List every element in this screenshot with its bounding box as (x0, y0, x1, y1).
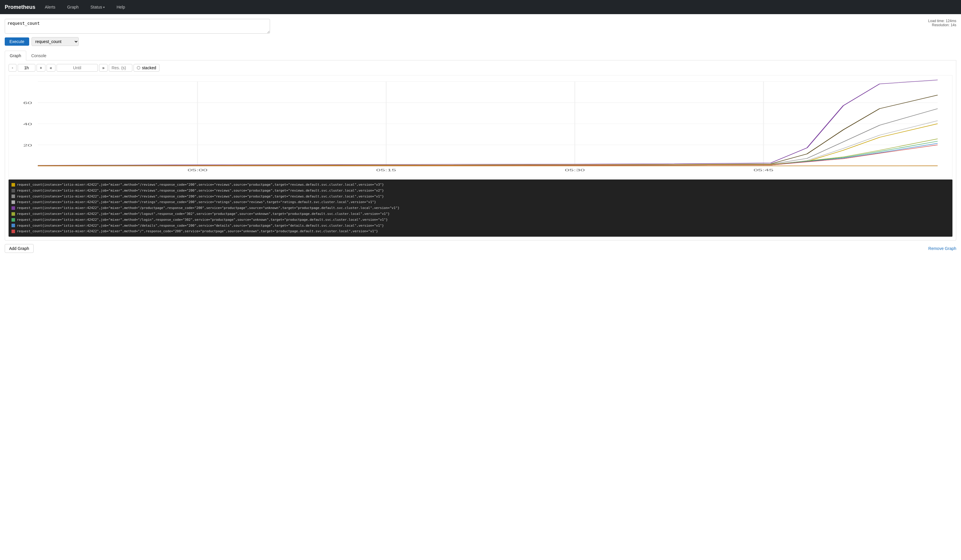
legend-text: request_count{instance="istio-mixer:4242… (17, 205, 399, 211)
resolution-input[interactable] (109, 64, 132, 72)
nav-help[interactable]: Help (114, 3, 127, 11)
forward-button[interactable]: » (99, 64, 108, 72)
tabs: Graph Console (5, 51, 956, 60)
legend-color (11, 201, 15, 204)
legend-text: request_count{instance="istio-mixer:4242… (17, 223, 384, 229)
legend-item: request_count{instance="istio-mixer:4242… (11, 223, 950, 229)
legend-text: request_count{instance="istio-mixer:4242… (17, 194, 384, 199)
duration-input[interactable] (18, 64, 35, 72)
svg-text:20: 20 (23, 143, 32, 147)
nav-status[interactable]: Status ▾ (88, 3, 107, 11)
legend-item: request_count{instance="istio-mixer:4242… (11, 217, 950, 223)
tab-console[interactable]: Console (26, 51, 51, 60)
stacked-circle-icon (137, 66, 140, 69)
svg-text:05:00: 05:00 (188, 168, 207, 172)
svg-text:05:45: 05:45 (754, 168, 773, 172)
legend-item: request_count{instance="istio-mixer:4242… (11, 205, 950, 211)
brand-link[interactable]: Prometheus (5, 4, 35, 10)
status-dropdown-arrow: ▾ (103, 6, 104, 9)
legend-color (11, 212, 15, 216)
stacked-button[interactable]: stacked (133, 64, 159, 72)
legend-color (11, 224, 15, 227)
legend-text: request_count{instance="istio-mixer:4242… (17, 188, 384, 194)
legend-item: request_count{instance="istio-mixer:4242… (11, 199, 950, 205)
load-time-text: Load time: 124ms (928, 19, 956, 23)
stacked-label: stacked (142, 66, 156, 70)
bottom-actions: Add Graph Remove Graph (5, 244, 956, 253)
svg-text:05:30: 05:30 (565, 168, 585, 172)
legend-text: request_count{instance="istio-mixer:4242… (17, 228, 378, 234)
svg-text:40: 40 (23, 122, 32, 126)
zoom-in-button[interactable]: + (37, 64, 45, 72)
chart-container: 60 40 20 05:00 05:15 05:30 05:45 (8, 75, 953, 178)
tab-graph[interactable]: Graph (5, 51, 26, 60)
execute-row: Execute request_count (5, 37, 956, 46)
execute-button[interactable]: Execute (5, 37, 29, 46)
legend-text: request_count{instance="istio-mixer:4242… (17, 211, 390, 217)
legend-color (11, 218, 15, 221)
svg-text:60: 60 (23, 101, 32, 104)
add-graph-button[interactable]: Add Graph (5, 244, 34, 253)
legend-text: request_count{instance="istio-mixer:4242… (17, 217, 388, 223)
chart-svg: 60 40 20 05:00 05:15 05:30 05:45 (9, 75, 952, 178)
remove-graph-button[interactable]: Remove Graph (928, 246, 956, 251)
until-input[interactable] (56, 64, 98, 72)
graph-controls: - + « » stacked (8, 64, 953, 72)
legend-text: request_count{instance="istio-mixer:4242… (17, 199, 376, 205)
load-time-info: Load time: 124ms Resolution: 14s (928, 19, 956, 27)
nav-graph[interactable]: Graph (65, 3, 81, 11)
legend-color (11, 206, 15, 210)
graph-panel: - + « » stacked (5, 60, 956, 241)
zoom-out-button[interactable]: - (8, 64, 16, 72)
legend-color (11, 229, 15, 233)
resolution-text: Resolution: 14s (928, 23, 956, 27)
legend-color (11, 189, 15, 193)
legend-item: request_count{instance="istio-mixer:4242… (11, 211, 950, 217)
legend-item: request_count{instance="istio-mixer:4242… (11, 188, 950, 194)
nav-alerts[interactable]: Alerts (42, 3, 58, 11)
legend-color (11, 183, 15, 186)
legend-item: request_count{instance="istio-mixer:4242… (11, 194, 950, 199)
legend-color (11, 194, 15, 198)
legend-item: request_count{instance="istio-mixer:4242… (11, 228, 950, 234)
legend-item: request_count{instance="istio-mixer:4242… (11, 182, 950, 188)
navbar: Prometheus Alerts Graph Status ▾ Help (0, 0, 961, 14)
legend-text: request_count{instance="istio-mixer:4242… (17, 182, 384, 188)
metric-select[interactable]: request_count (32, 37, 79, 46)
main-content: Load time: 124ms Resolution: 14s Execute… (0, 14, 961, 560)
query-row: Load time: 124ms Resolution: 14s (5, 19, 956, 34)
back-button[interactable]: « (47, 64, 55, 72)
svg-text:05:15: 05:15 (376, 168, 396, 172)
query-textarea[interactable] (5, 19, 270, 34)
legend: request_count{instance="istio-mixer:4242… (8, 180, 953, 237)
